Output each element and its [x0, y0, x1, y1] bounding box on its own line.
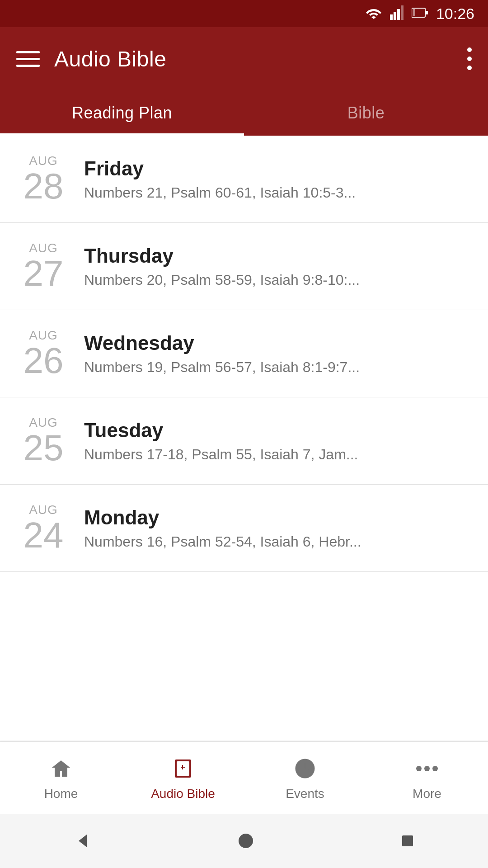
wifi-icon	[366, 6, 382, 21]
reading-content-aug27: Thursday Numbers 20, Psalm 58-59, Isaiah…	[84, 245, 472, 288]
app-bar-left: Audio Bible	[16, 47, 166, 71]
reading-list: AUG 28 Friday Numbers 21, Psalm 60-61, I…	[0, 136, 488, 741]
status-time: 10:26	[436, 5, 474, 23]
bottom-nav: Home Audio Bible Events	[0, 741, 488, 814]
recents-button[interactable]	[400, 834, 415, 848]
reading-item-aug25[interactable]: AUG 25 Tuesday Numbers 17-18, Psalm 55, …	[0, 397, 488, 485]
reading-content-aug24: Monday Numbers 16, Psalm 52-54, Isaiah 6…	[84, 506, 472, 550]
reading-passages-aug27: Numbers 20, Psalm 58-59, Isaiah 9:8-10:.…	[84, 272, 472, 288]
reading-content-aug28: Friday Numbers 21, Psalm 60-61, Isaiah 1…	[84, 157, 472, 201]
more-dots-icon	[413, 755, 441, 782]
svg-rect-10	[182, 765, 183, 769]
svg-rect-1	[394, 12, 396, 20]
reading-passages-aug24: Numbers 16, Psalm 52-54, Isaiah 6, Hebr.…	[84, 533, 472, 550]
date-section-aug26: AUG 26	[16, 328, 70, 379]
date-day-aug24: 24	[23, 517, 64, 553]
hamburger-menu-icon[interactable]	[16, 51, 40, 67]
date-section-aug24: AUG 24	[16, 503, 70, 553]
reading-passages-aug28: Numbers 21, Psalm 60-61, Isaiah 10:5-3..…	[84, 184, 472, 201]
nav-item-home[interactable]: Home	[0, 742, 122, 814]
reading-day-aug24: Monday	[84, 506, 472, 529]
app-title: Audio Bible	[54, 47, 166, 71]
date-section-aug27: AUG 27	[16, 241, 70, 292]
more-vert-icon[interactable]	[467, 47, 472, 70]
signal-icon	[390, 5, 404, 22]
status-bar: 10:26	[0, 0, 488, 27]
reading-day-aug27: Thursday	[84, 245, 472, 267]
app-bar: Audio Bible	[0, 27, 488, 90]
nav-item-events[interactable]: Events	[244, 742, 366, 814]
date-day-aug25: 25	[23, 430, 64, 466]
svg-rect-6	[413, 9, 415, 16]
reading-passages-aug26: Numbers 19, Psalm 56-57, Isaiah 8:1-9:7.…	[84, 359, 472, 376]
date-day-aug27: 27	[23, 255, 64, 292]
reading-content-aug26: Wednesday Numbers 19, Psalm 56-57, Isaia…	[84, 332, 472, 376]
system-nav-bar	[0, 814, 488, 868]
nav-item-more[interactable]: More	[366, 742, 488, 814]
nav-label-home: Home	[44, 787, 78, 801]
back-button[interactable]	[73, 832, 91, 850]
tab-bible[interactable]: Bible	[244, 90, 488, 136]
reading-item-aug26[interactable]: AUG 26 Wednesday Numbers 19, Psalm 56-57…	[0, 310, 488, 397]
date-section-aug25: AUG 25	[16, 415, 70, 466]
svg-point-14	[416, 766, 422, 771]
reading-passages-aug25: Numbers 17-18, Psalm 55, Isaiah 7, Jam..…	[84, 446, 472, 463]
date-day-aug28: 28	[23, 168, 64, 204]
svg-rect-0	[390, 14, 393, 20]
reading-content-aug25: Tuesday Numbers 17-18, Psalm 55, Isaiah …	[84, 419, 472, 463]
svg-rect-3	[401, 5, 404, 20]
svg-point-15	[424, 766, 430, 771]
nav-label-audio-bible: Audio Bible	[151, 787, 215, 801]
reading-item-aug27[interactable]: AUG 27 Thursday Numbers 20, Psalm 58-59,…	[0, 223, 488, 310]
date-day-aug26: 26	[23, 343, 64, 379]
home-icon	[47, 755, 75, 782]
svg-point-18	[239, 834, 253, 848]
svg-marker-17	[79, 835, 87, 847]
reading-item-aug24[interactable]: AUG 24 Monday Numbers 16, Psalm 52-54, I…	[0, 485, 488, 572]
reading-day-aug26: Wednesday	[84, 332, 472, 354]
reading-day-aug28: Friday	[84, 157, 472, 180]
nav-item-audio-bible[interactable]: Audio Bible	[122, 742, 244, 814]
home-button[interactable]	[238, 833, 254, 849]
reading-day-aug25: Tuesday	[84, 419, 472, 442]
tab-reading-plan[interactable]: Reading Plan	[0, 90, 244, 136]
svg-rect-2	[397, 9, 400, 20]
nav-label-more: More	[413, 787, 441, 801]
svg-point-16	[432, 766, 438, 771]
tabs-bar: Reading Plan Bible	[0, 90, 488, 136]
bible-icon	[169, 755, 197, 782]
nav-label-events: Events	[286, 787, 324, 801]
battery-icon	[412, 6, 428, 21]
svg-rect-5	[425, 11, 428, 14]
reading-item-aug28[interactable]: AUG 28 Friday Numbers 21, Psalm 60-61, I…	[0, 136, 488, 223]
clock-icon	[291, 755, 319, 782]
status-icons: 10:26	[366, 5, 474, 23]
svg-rect-19	[402, 835, 413, 846]
date-section-aug28: AUG 28	[16, 154, 70, 204]
